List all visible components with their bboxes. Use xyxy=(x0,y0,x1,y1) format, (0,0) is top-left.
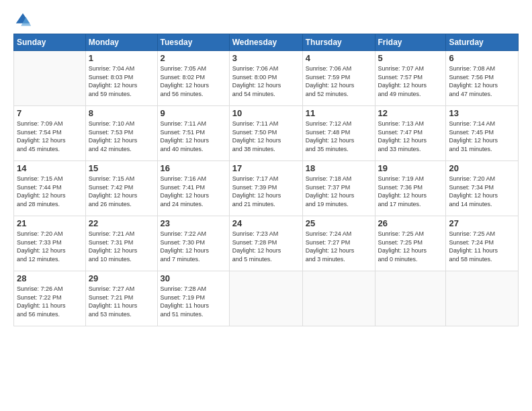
calendar-cell: 2Sunrise: 7:05 AM Sunset: 8:02 PM Daylig… xyxy=(157,51,229,106)
day-info: Sunrise: 7:06 AM Sunset: 7:59 PM Dayligh… xyxy=(306,64,372,98)
day-number: 24 xyxy=(232,218,300,228)
day-info: Sunrise: 7:16 AM Sunset: 7:41 PM Dayligh… xyxy=(161,175,226,208)
calendar-cell xyxy=(375,271,446,326)
calendar-cell: 7Sunrise: 7:09 AM Sunset: 7:54 PM Daylig… xyxy=(14,106,86,161)
column-header-tuesday: Tuesday xyxy=(157,34,229,51)
column-header-wednesday: Wednesday xyxy=(229,34,302,51)
day-info: Sunrise: 7:14 AM Sunset: 7:45 PM Dayligh… xyxy=(449,120,515,153)
day-info: Sunrise: 7:19 AM Sunset: 7:36 PM Dayligh… xyxy=(378,175,443,208)
day-number: 12 xyxy=(378,108,443,118)
day-number: 15 xyxy=(89,163,154,173)
calendar-cell: 8Sunrise: 7:10 AM Sunset: 7:53 PM Daylig… xyxy=(85,106,157,161)
calendar-cell: 14Sunrise: 7:15 AM Sunset: 7:44 PM Dayli… xyxy=(14,161,86,216)
day-info: Sunrise: 7:23 AM Sunset: 7:28 PM Dayligh… xyxy=(232,230,300,263)
day-info: Sunrise: 7:21 AM Sunset: 7:31 PM Dayligh… xyxy=(89,230,154,263)
day-number: 28 xyxy=(17,273,83,283)
day-number: 5 xyxy=(378,53,443,63)
calendar-cell: 29Sunrise: 7:27 AM Sunset: 7:21 PM Dayli… xyxy=(85,271,157,326)
calendar-cell: 13Sunrise: 7:14 AM Sunset: 7:45 PM Dayli… xyxy=(446,106,519,161)
calendar-week-row: 28Sunrise: 7:26 AM Sunset: 7:22 PM Dayli… xyxy=(14,271,519,326)
day-info: Sunrise: 7:22 AM Sunset: 7:30 PM Dayligh… xyxy=(161,230,226,263)
calendar-header-row: SundayMondayTuesdayWednesdayThursdayFrid… xyxy=(14,34,519,51)
day-info: Sunrise: 7:08 AM Sunset: 7:56 PM Dayligh… xyxy=(449,64,515,98)
column-header-thursday: Thursday xyxy=(302,34,375,51)
calendar-cell: 3Sunrise: 7:06 AM Sunset: 8:00 PM Daylig… xyxy=(229,51,302,106)
day-info: Sunrise: 7:06 AM Sunset: 8:00 PM Dayligh… xyxy=(232,64,300,98)
day-number: 25 xyxy=(306,218,372,228)
day-info: Sunrise: 7:26 AM Sunset: 7:22 PM Dayligh… xyxy=(17,285,83,318)
calendar-cell: 9Sunrise: 7:11 AM Sunset: 7:51 PM Daylig… xyxy=(157,106,229,161)
day-number: 27 xyxy=(449,218,515,228)
column-header-sunday: Sunday xyxy=(14,34,86,51)
day-number: 22 xyxy=(89,218,154,228)
calendar-cell: 19Sunrise: 7:19 AM Sunset: 7:36 PM Dayli… xyxy=(375,161,446,216)
column-header-friday: Friday xyxy=(375,34,446,51)
calendar-cell: 24Sunrise: 7:23 AM Sunset: 7:28 PM Dayli… xyxy=(229,216,302,271)
day-info: Sunrise: 7:28 AM Sunset: 7:19 PM Dayligh… xyxy=(161,285,226,318)
calendar-cell: 16Sunrise: 7:16 AM Sunset: 7:41 PM Dayli… xyxy=(157,161,229,216)
day-info: Sunrise: 7:27 AM Sunset: 7:21 PM Dayligh… xyxy=(89,285,154,318)
calendar-cell: 20Sunrise: 7:20 AM Sunset: 7:34 PM Dayli… xyxy=(446,161,519,216)
calendar-cell: 12Sunrise: 7:13 AM Sunset: 7:47 PM Dayli… xyxy=(375,106,446,161)
day-number: 21 xyxy=(17,218,83,228)
day-info: Sunrise: 7:07 AM Sunset: 7:57 PM Dayligh… xyxy=(378,64,443,98)
day-info: Sunrise: 7:04 AM Sunset: 8:03 PM Dayligh… xyxy=(89,64,154,98)
day-number: 8 xyxy=(89,108,154,118)
header xyxy=(13,11,519,30)
day-info: Sunrise: 7:13 AM Sunset: 7:47 PM Dayligh… xyxy=(378,120,443,153)
day-info: Sunrise: 7:15 AM Sunset: 7:44 PM Dayligh… xyxy=(17,175,83,208)
day-info: Sunrise: 7:15 AM Sunset: 7:42 PM Dayligh… xyxy=(89,175,154,208)
calendar-cell: 11Sunrise: 7:12 AM Sunset: 7:48 PM Dayli… xyxy=(302,106,375,161)
calendar-cell: 15Sunrise: 7:15 AM Sunset: 7:42 PM Dayli… xyxy=(85,161,157,216)
logo xyxy=(13,11,35,30)
day-info: Sunrise: 7:20 AM Sunset: 7:34 PM Dayligh… xyxy=(449,175,515,208)
calendar-week-row: 1Sunrise: 7:04 AM Sunset: 8:03 PM Daylig… xyxy=(14,51,519,106)
day-info: Sunrise: 7:20 AM Sunset: 7:33 PM Dayligh… xyxy=(17,230,83,263)
calendar-cell: 17Sunrise: 7:17 AM Sunset: 7:39 PM Dayli… xyxy=(229,161,302,216)
calendar-week-row: 21Sunrise: 7:20 AM Sunset: 7:33 PM Dayli… xyxy=(14,216,519,271)
day-number: 6 xyxy=(449,53,515,63)
day-number: 4 xyxy=(306,53,372,63)
day-number: 13 xyxy=(449,108,515,118)
calendar-table: SundayMondayTuesdayWednesdayThursdayFrid… xyxy=(13,34,519,326)
calendar-cell: 4Sunrise: 7:06 AM Sunset: 7:59 PM Daylig… xyxy=(302,51,375,106)
day-number: 23 xyxy=(161,218,226,228)
day-number: 1 xyxy=(89,53,154,63)
day-number: 9 xyxy=(161,108,226,118)
day-info: Sunrise: 7:11 AM Sunset: 7:50 PM Dayligh… xyxy=(232,120,300,153)
day-number: 19 xyxy=(378,163,443,173)
calendar-cell xyxy=(446,271,519,326)
calendar-cell xyxy=(229,271,302,326)
day-number: 2 xyxy=(161,53,226,63)
day-number: 10 xyxy=(232,108,300,118)
calendar-cell: 10Sunrise: 7:11 AM Sunset: 7:50 PM Dayli… xyxy=(229,106,302,161)
day-number: 14 xyxy=(17,163,83,173)
day-info: Sunrise: 7:25 AM Sunset: 7:25 PM Dayligh… xyxy=(378,230,443,263)
day-number: 11 xyxy=(306,108,372,118)
day-info: Sunrise: 7:24 AM Sunset: 7:27 PM Dayligh… xyxy=(306,230,372,263)
calendar-cell: 27Sunrise: 7:25 AM Sunset: 7:24 PM Dayli… xyxy=(446,216,519,271)
day-info: Sunrise: 7:17 AM Sunset: 7:39 PM Dayligh… xyxy=(232,175,300,208)
day-info: Sunrise: 7:11 AM Sunset: 7:51 PM Dayligh… xyxy=(161,120,226,153)
calendar-cell: 1Sunrise: 7:04 AM Sunset: 8:03 PM Daylig… xyxy=(85,51,157,106)
calendar-cell: 23Sunrise: 7:22 AM Sunset: 7:30 PM Dayli… xyxy=(157,216,229,271)
calendar-cell: 25Sunrise: 7:24 AM Sunset: 7:27 PM Dayli… xyxy=(302,216,375,271)
calendar-cell xyxy=(302,271,375,326)
logo-icon xyxy=(13,11,32,30)
day-number: 3 xyxy=(232,53,300,63)
day-number: 7 xyxy=(17,108,83,118)
column-header-saturday: Saturday xyxy=(446,34,519,51)
calendar-cell: 5Sunrise: 7:07 AM Sunset: 7:57 PM Daylig… xyxy=(375,51,446,106)
day-info: Sunrise: 7:10 AM Sunset: 7:53 PM Dayligh… xyxy=(89,120,154,153)
calendar-cell: 22Sunrise: 7:21 AM Sunset: 7:31 PM Dayli… xyxy=(85,216,157,271)
calendar-cell: 26Sunrise: 7:25 AM Sunset: 7:25 PM Dayli… xyxy=(375,216,446,271)
day-info: Sunrise: 7:18 AM Sunset: 7:37 PM Dayligh… xyxy=(306,175,372,208)
day-info: Sunrise: 7:05 AM Sunset: 8:02 PM Dayligh… xyxy=(161,64,226,98)
calendar-cell: 30Sunrise: 7:28 AM Sunset: 7:19 PM Dayli… xyxy=(157,271,229,326)
column-header-monday: Monday xyxy=(85,34,157,51)
day-number: 20 xyxy=(449,163,515,173)
day-info: Sunrise: 7:09 AM Sunset: 7:54 PM Dayligh… xyxy=(17,120,83,153)
calendar-cell: 18Sunrise: 7:18 AM Sunset: 7:37 PM Dayli… xyxy=(302,161,375,216)
day-number: 17 xyxy=(232,163,300,173)
calendar-cell: 21Sunrise: 7:20 AM Sunset: 7:33 PM Dayli… xyxy=(14,216,86,271)
